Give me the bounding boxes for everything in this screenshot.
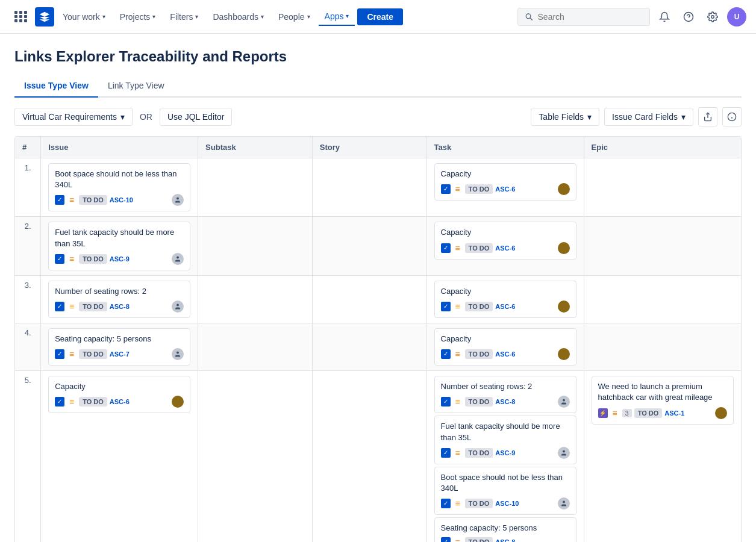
task-card-3[interactable]: Capacity ≡ TO DO ASC-6	[434, 281, 576, 318]
svg-point-15	[563, 501, 565, 503]
task-status-badge: TO DO	[465, 448, 493, 458]
task-card-2[interactable]: Capacity ≡ TO DO ASC-6	[434, 222, 576, 259]
row-1-subtask	[198, 158, 313, 217]
task-status-badge: TO DO	[465, 537, 493, 542]
jira-logo[interactable]	[35, 7, 54, 26]
issue-id: ASC-10	[110, 196, 133, 204]
status-badge: TO DO	[79, 254, 107, 264]
table-fields-button[interactable]: Table Fields ▾	[531, 108, 599, 126]
nav-filters[interactable]: Filters ▾	[164, 8, 204, 25]
task-type-icon	[441, 243, 451, 253]
search-icon	[525, 13, 533, 21]
settings-button[interactable]	[703, 7, 722, 26]
issue-card-3[interactable]: Number of seating rows: 2 ≡ TO DO ASC-8	[48, 281, 190, 318]
or-separator: OR	[137, 112, 155, 122]
task-card-5c[interactable]: Boot space should not be less than 340L …	[434, 467, 576, 515]
col-header-story: Story	[312, 137, 426, 158]
search-input[interactable]	[538, 12, 642, 22]
svg-line-1	[530, 17, 533, 20]
task-assignee-avatar	[558, 497, 570, 509]
task-status-badge: TO DO	[465, 302, 493, 311]
assignee-avatar	[172, 348, 184, 360]
nav-yourwork[interactable]: Your work ▾	[57, 8, 111, 25]
nav-people[interactable]: People ▾	[272, 8, 316, 25]
task-card-5a[interactable]: Number of seating rows: 2 ≡ TO DO ASC-8	[434, 376, 576, 413]
svg-point-0	[526, 13, 531, 18]
row-5-issue: Capacity ≡ TO DO ASC-6	[41, 371, 198, 542]
svg-point-12	[177, 352, 179, 354]
projects-chevron: ▾	[152, 13, 155, 20]
row-5-task: Number of seating rows: 2 ≡ TO DO ASC-8	[426, 371, 584, 542]
col-header-num: #	[15, 137, 41, 158]
help-info-button[interactable]	[722, 107, 742, 126]
task-type-icon	[441, 349, 451, 359]
row-4-story	[312, 323, 426, 370]
priority-icon: ≡	[67, 397, 77, 406]
view-tabs: Issue Type View Link Type View	[14, 75, 742, 98]
task-status-badge: TO DO	[465, 499, 493, 508]
task-card-5b[interactable]: Fuel tank capacity should be more than 3…	[434, 416, 576, 464]
svg-point-14	[563, 450, 565, 452]
task-issue-id: ASC-6	[495, 350, 515, 358]
priority-icon: ≡	[67, 302, 77, 311]
priority-icon: ≡	[67, 349, 77, 359]
issue-card-5[interactable]: Capacity ≡ TO DO ASC-6	[48, 376, 190, 413]
row-4-task: Capacity ≡ TO DO ASC-6	[426, 323, 584, 370]
project-filter-button[interactable]: Virtual Car Requirements ▾	[14, 108, 133, 126]
nav-dashboards[interactable]: Dashboards ▾	[207, 8, 270, 25]
task-card-4[interactable]: Capacity ≡ TO DO ASC-6	[434, 328, 576, 366]
row-num-3: 3.	[15, 275, 41, 323]
tab-link-type[interactable]: Link Type View	[98, 75, 174, 98]
assignee-avatar	[172, 194, 184, 206]
help-button[interactable]	[679, 7, 698, 26]
task-issue-id: ASC-8	[495, 398, 515, 405]
status-badge: TO DO	[79, 397, 107, 406]
notifications-button[interactable]	[655, 7, 674, 26]
row-num-5: 5.	[15, 371, 41, 542]
issue-card-2[interactable]: Fuel tank capacity should be more than 3…	[48, 222, 190, 270]
nav-left: Your work ▾ Projects ▾ Filters ▾ Dashboa…	[10, 6, 513, 27]
task-card-1[interactable]: Capacity ≡ TO DO ASC-6	[434, 163, 576, 201]
row-3-subtask	[198, 275, 313, 323]
epic-assignee-avatar	[715, 407, 727, 419]
jql-editor-button[interactable]: Use JQL Editor	[160, 108, 232, 126]
project-filter-chevron: ▾	[120, 112, 125, 122]
row-1-issue: Boot space should not be less than 340L …	[41, 158, 198, 217]
epic-card-5[interactable]: We need to launch a premium hatchback ca…	[592, 376, 734, 424]
page-content: Links Explorer Traceability and Reports …	[0, 34, 756, 542]
issue-card-4[interactable]: Seating capacity: 5 persons ≡ TO DO ASC-…	[48, 328, 190, 366]
row-4-issue: Seating capacity: 5 persons ≡ TO DO ASC-…	[41, 323, 198, 370]
row-num-1: 1.	[15, 158, 41, 217]
task-type-icon	[441, 184, 451, 194]
col-header-issue: Issue	[41, 137, 198, 158]
issue-card-fields-button[interactable]: Issue Card Fields ▾	[604, 108, 693, 126]
issue-card-1[interactable]: Boot space should not be less than 340L …	[48, 163, 190, 211]
task-card-5d[interactable]: Seating capacity: 5 persons ≡ TO DO ASC-…	[434, 517, 576, 542]
tab-issue-type[interactable]: Issue Type View	[14, 75, 98, 98]
user-avatar[interactable]: U	[727, 7, 746, 26]
status-badge: TO DO	[79, 349, 107, 359]
issue-type-icon	[55, 302, 64, 311]
issue-card-fields-chevron: ▾	[681, 112, 686, 122]
row-1-task: Capacity ≡ TO DO ASC-6	[426, 158, 584, 217]
user-icon	[174, 350, 181, 358]
search-box[interactable]	[517, 8, 650, 26]
svg-point-9	[177, 198, 179, 200]
create-button[interactable]: Create	[357, 8, 403, 25]
status-badge: TO DO	[79, 302, 107, 311]
row-4-epic	[584, 323, 741, 370]
epic-count-badge: 3	[622, 409, 632, 417]
nav-projects[interactable]: Projects ▾	[114, 8, 162, 25]
info-icon	[727, 112, 737, 122]
row-2-issue: Fuel tank capacity should be more than 3…	[41, 217, 198, 275]
task-type-icon	[441, 448, 451, 458]
row-3-epic	[584, 275, 741, 323]
nav-apps[interactable]: Apps ▾	[319, 8, 355, 26]
top-navigation: Your work ▾ Projects ▾ Filters ▾ Dashboa…	[0, 0, 756, 34]
apps-grid-icon[interactable]	[10, 6, 33, 27]
people-chevron: ▾	[307, 13, 310, 20]
share-button[interactable]	[698, 107, 717, 126]
task-issue-id: ASC-6	[495, 245, 515, 252]
row-5-epic: We need to launch a premium hatchback ca…	[584, 371, 741, 542]
issue-type-icon	[55, 397, 64, 406]
